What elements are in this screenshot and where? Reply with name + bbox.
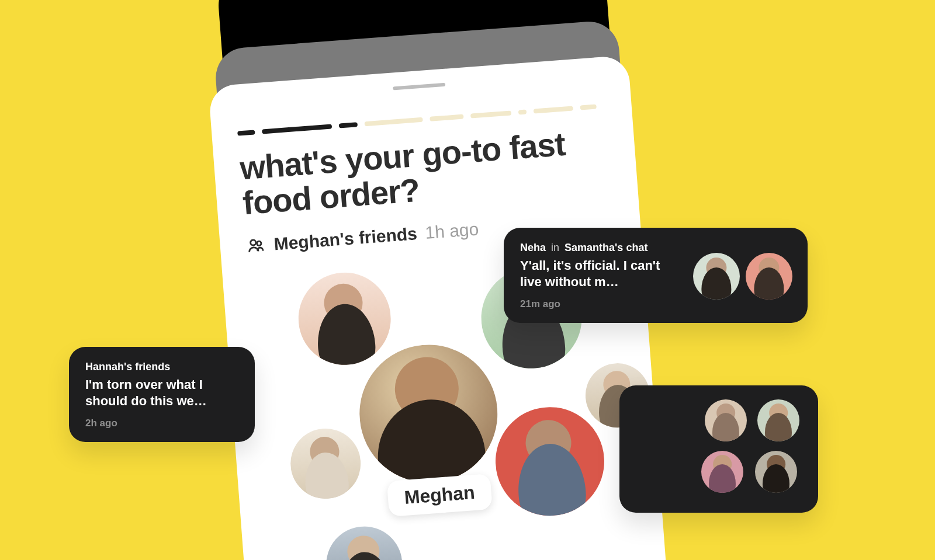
notification-card-left[interactable]: Hannah's friends I'm torn over what I sh… — [69, 347, 255, 442]
avatar — [705, 399, 747, 441]
card-time-ago: 21m ago — [520, 298, 683, 310]
friend-avatar[interactable] — [295, 269, 394, 368]
progress-segment — [237, 130, 255, 135]
friend-avatar[interactable] — [324, 524, 405, 560]
avatar — [746, 253, 792, 300]
friends-group-icon — [245, 235, 266, 256]
group-name[interactable]: Meghan's friends — [273, 224, 418, 254]
avatar — [693, 253, 740, 300]
card-avatar-cluster — [701, 399, 806, 499]
home-indicator — [393, 83, 445, 91]
friend-avatar[interactable] — [288, 426, 363, 502]
card-body: Y'all, it's official. I can't live witho… — [520, 258, 683, 290]
card-body: I'm torn over what I should do this we… — [85, 377, 240, 409]
promo-stage: what's your go-to fast food order? Megha… — [0, 0, 935, 560]
progress-segment — [580, 104, 597, 110]
featured-name-chip[interactable]: Meghan — [387, 474, 493, 517]
prompt-question: what's your go-to fast food order? — [239, 123, 612, 221]
prompt-time-ago: 1h ago — [424, 219, 479, 243]
friend-avatar[interactable] — [491, 403, 608, 519]
friend-avatar-featured[interactable] — [355, 340, 503, 488]
card-title: Neha in Samantha's chat — [520, 242, 683, 254]
card-avatars — [693, 253, 792, 300]
avatar — [755, 451, 797, 493]
svg-point-1 — [257, 241, 261, 246]
progress-segment — [430, 114, 463, 121]
svg-point-0 — [250, 240, 256, 246]
notification-card-right-top[interactable]: Neha in Samantha's chat Y'all, it's offi… — [504, 228, 808, 323]
progress-segment — [534, 106, 573, 113]
progress-segment — [339, 122, 358, 128]
progress-segment — [518, 109, 527, 114]
notification-card-right-bottom[interactable] — [619, 385, 818, 513]
avatar — [701, 451, 743, 493]
progress-segment — [262, 124, 332, 134]
progress-segment — [364, 117, 423, 126]
card-time-ago: 2h ago — [85, 418, 240, 429]
progress-segment — [470, 110, 511, 118]
avatar — [757, 399, 799, 441]
card-title: Hannah's friends — [85, 361, 240, 373]
